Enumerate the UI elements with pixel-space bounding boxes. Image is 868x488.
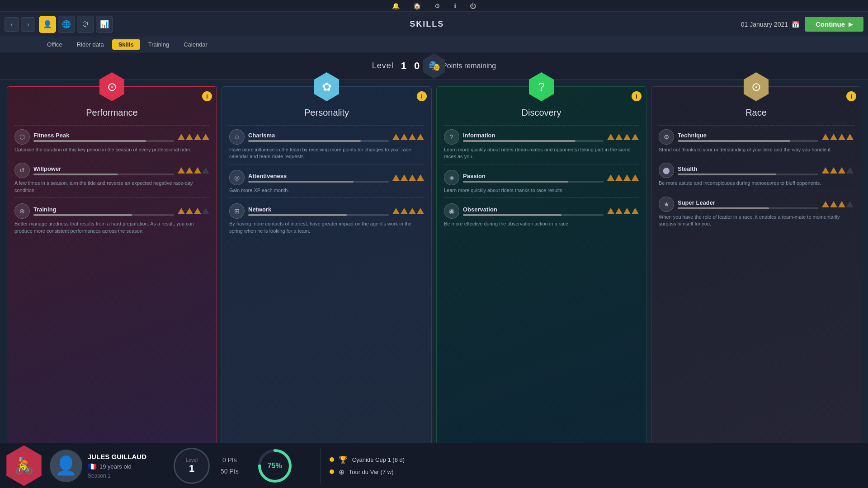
skill-item-race-1: ⬤StealthBe more astute and inconspicuous… [659,163,854,194]
race-item-1: ⊕Tour du Var (7 w) [330,468,405,476]
triangle-performance-1-0 [178,167,185,174]
pts-total: 50 Pts [221,468,239,475]
skill-bar-track-personality-2 [248,214,389,216]
skill-item-personality-2: ⊞NetworkBy having more contacts of inter… [229,203,424,235]
level-bar: Level 1 🎭 0 Skill Points remaining [0,52,868,80]
skill-triangles-performance-1 [178,167,209,174]
triangle-race-1-0 [822,167,829,174]
info-badge-performance[interactable]: i [202,91,212,101]
skill-triangles-personality-2 [392,208,424,214]
triangle-discovery-0-0 [607,134,614,140]
nav-back-button[interactable]: ‹ [5,17,19,32]
skill-triangles-performance-2 [178,208,209,214]
skill-triangles-personality-0 [392,134,424,140]
skill-name-bar-performance-0: Fitness Peak [33,132,174,142]
triangle-personality-2-0 [392,208,400,214]
races-section: 🏆Cyanide Cup 1 (8 d)⊕Tour du Var (7 w) [330,455,405,476]
skill-desc-personality-0: Have more influence in the team by recei… [229,146,424,160]
skill-bar-fill-personality-1 [248,181,354,183]
nav-icon-group: 👤 🌐 ⏱ 📊 [39,16,113,33]
level-label: Level [372,61,394,70]
continue-button[interactable]: Continue [805,17,863,32]
skill-name-race-0: Technique [678,132,818,139]
skill-icon-performance-2: ⊕ [14,203,30,219]
home-icon[interactable]: 🏠 [413,2,421,9]
race-icon-1: ⊕ [339,468,344,476]
info-badge-discovery[interactable]: i [632,91,642,101]
skill-name-bar-discovery-0: Information [463,132,604,142]
triangle-discovery-0-2 [623,134,631,140]
skill-name-bar-performance-2: Training [33,206,174,216]
skill-icon-discovery-1: ◈ [444,170,459,185]
skill-row-discovery-2: ◉Observation [444,203,639,219]
skill-row-discovery-0: ?Information [444,129,639,145]
power-icon[interactable]: ⏻ [470,2,476,9]
skill-icon-race-0: ⚙ [659,129,674,145]
triangle-discovery-1-0 [607,174,614,181]
skill-desc-race-2: When you have the role of leader in a ra… [659,214,854,228]
race-name-1: Tour du Var (7 w) [349,469,394,475]
rider-info: JULES GUILLAUD 🇫🇷 19 years old Season 1 [88,453,146,479]
triangle-race-0-1 [830,134,837,140]
tab-office[interactable]: Office [41,39,69,50]
page-title: SKILLS [113,19,741,29]
info-icon[interactable]: ℹ [454,2,456,9]
skill-points-value: 0 [414,60,420,72]
skill-item-personality-0: ☺CharismaHave more influence in the team… [229,129,424,168]
skill-name-bar-personality-0: Charisma [248,132,389,142]
skill-bar-track-performance-2 [33,214,174,216]
skill-name-personality-2: Network [248,206,389,213]
separator [320,448,321,484]
triangle-personality-1-3 [417,174,424,181]
triangle-race-0-0 [822,134,829,140]
skill-name-bar-race-1: Stealth [678,165,818,175]
skill-bar-track-race-2 [678,207,818,209]
race-dot-0 [330,457,334,462]
triangle-personality-1-0 [392,174,400,181]
skill-desc-discovery-1: Learn more quickly about riders thanks t… [444,187,639,194]
skill-icon-personality-2: ⊞ [229,203,245,219]
triangle-performance-2-3 [202,208,209,214]
skill-item-race-0: ⚙TechniqueStand out thanks to your under… [659,129,854,161]
skill-bar-fill-performance-2 [33,214,132,216]
skill-row-race-0: ⚙Technique [659,129,854,145]
globe-icon-button[interactable]: 🌐 [58,16,75,33]
triangle-personality-2-2 [409,208,416,214]
info-badge-race[interactable]: i [846,91,856,101]
bell-icon[interactable]: 🔔 [392,2,400,9]
skill-icon-personality-0: ☺ [229,129,245,145]
skill-item-race-2: ★Super LeaderWhen you have the role of l… [659,197,854,229]
skill-icon-personality-1: ◎ [229,170,245,185]
triangle-personality-2-3 [417,208,424,214]
race-icon-0: 🏆 [339,455,348,464]
triangle-discovery-1-1 [615,174,623,181]
triangle-race-2-0 [822,201,829,207]
skill-bar-track-race-1 [678,174,818,175]
tab-calendar[interactable]: Calendar [177,39,214,50]
skill-desc-performance-0: Optimise the duration of this key period… [14,146,209,153]
clock-icon-button[interactable]: ⏱ [77,16,94,33]
skill-name-bar-race-2: Super Leader [678,199,818,209]
tab-rider-data[interactable]: Rider data [71,39,110,50]
triangle-discovery-0-1 [615,134,623,140]
skill-desc-race-0: Stand out thanks to your understanding o… [659,146,854,153]
triangle-performance-2-2 [194,208,201,214]
skill-bar-fill-race-1 [678,174,776,175]
progress-circle: 75% [257,448,293,484]
settings-icon[interactable]: ⚙ [434,2,440,9]
skill-row-performance-1: ↺Willpower [14,163,209,178]
chart-icon-button[interactable]: 📊 [96,16,113,33]
tab-skills[interactable]: Skills [112,39,140,50]
pts-box: 0 Pts 50 Pts [221,456,239,475]
triangle-race-1-1 [830,167,837,174]
triangle-discovery-1-2 [623,174,631,181]
nav-forward-button[interactable]: › [21,17,35,32]
calendar-icon[interactable]: 📅 [792,21,799,28]
rider-icon-button[interactable]: 👤 [39,16,56,33]
info-badge-personality[interactable]: i [417,91,427,101]
skill-name-bar-performance-1: Willpower [33,165,174,175]
rider-flag: 🇫🇷 [88,462,97,471]
tab-training[interactable]: Training [142,39,175,50]
second-nav: ‹ › 👤 🌐 ⏱ 📊 SKILLS 01 January 2021 📅 Con… [0,12,868,37]
skills-grid: ⊙iPerformance⬡Fitness PeakOptimise the d… [0,84,868,447]
